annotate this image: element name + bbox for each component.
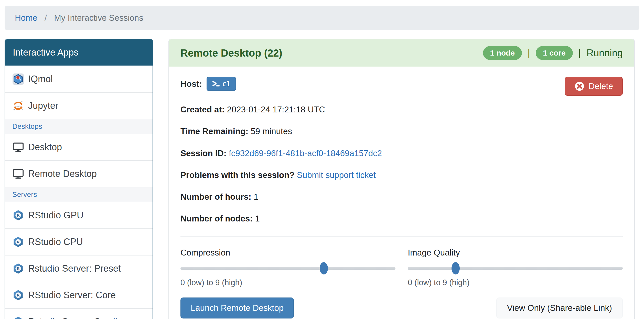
view-only-link-button[interactable]: View Only (Share-able Link) — [496, 297, 623, 318]
nodes-value: 1 — [255, 214, 260, 223]
iqmol-icon — [12, 73, 24, 85]
session-id-link[interactable]: fc932d69-96f1-481b-acf0-18469a157dc2 — [229, 148, 382, 158]
sidebar-item-iqmol[interactable]: IQmol — [5, 66, 153, 92]
rstudio-icon: R — [12, 289, 24, 301]
sidebar-item-desktop[interactable]: Desktop — [5, 134, 153, 160]
compression-help-text: 0 (low) to 9 (high) — [180, 278, 395, 287]
host-shell-button[interactable]: c1 — [207, 77, 236, 91]
terminal-icon — [212, 80, 221, 87]
breadcrumb-current-page: My Interactive Sessions — [54, 13, 143, 23]
session-title: Remote Desktop (22) — [180, 47, 282, 59]
desktop-icon — [12, 168, 24, 180]
session-card-body: Host: c1 Delete — [169, 67, 634, 319]
rstudio-icon: R — [12, 316, 24, 319]
sidebar-item-label: Jupyter — [28, 100, 58, 111]
breadcrumb: Home / My Interactive Sessions — [5, 6, 639, 30]
breadcrumb-separator: / — [45, 13, 47, 23]
time-remaining-value: 59 minutes — [251, 126, 292, 136]
sidebar-item-label: Desktop — [28, 142, 62, 153]
sidebar-item-label: RStudio CPU — [28, 237, 83, 247]
sidebar-title: Interactive Apps — [5, 39, 153, 66]
hours-label: Number of hours: — [180, 192, 251, 201]
image-quality-label: Image Quality — [408, 248, 623, 258]
created-at-label: Created at: — [180, 105, 224, 114]
sidebar-item-rstudio-gpu[interactable]: R RStudio GPU — [5, 202, 153, 228]
svg-text:R: R — [17, 213, 20, 217]
nodes-row: Number of nodes: 1 — [180, 214, 623, 223]
svg-text:R: R — [17, 293, 20, 297]
desktop-icon — [12, 141, 24, 153]
sidebar-item-label: RStudio GPU — [28, 210, 83, 221]
sidebar-section-servers: Servers — [5, 187, 153, 202]
sidebar-item-label: RStudio Server: Core — [28, 290, 116, 301]
created-at-row: Created at: 2023-01-24 17:21:18 UTC — [180, 105, 623, 114]
image-quality-help-text: 0 (low) to 9 (high) — [408, 278, 623, 287]
node-count-badge: 1 node — [483, 46, 522, 60]
sidebar-item-rstudio-server-small[interactable]: R Rstudio Server: Small — [5, 308, 153, 319]
svg-text:R: R — [17, 266, 20, 271]
rstudio-icon: R — [12, 236, 24, 248]
page: Home / My Interactive Sessions Interacti… — [0, 0, 644, 319]
badge-separator: | — [578, 48, 581, 59]
sidebar-item-rstudio-cpu[interactable]: R RStudio CPU — [5, 228, 153, 255]
time-remaining-row: Time Remaining: 59 minutes — [180, 127, 623, 136]
sidebar-item-jupyter[interactable]: jupyter Jupyter — [5, 92, 153, 119]
sidebar-item-rstudio-server-preset[interactable]: R Rstudio Server: Preset — [5, 255, 153, 282]
svg-text:R: R — [17, 240, 20, 244]
image-quality-slider-thumb[interactable] — [452, 262, 460, 274]
circle-x-icon — [574, 81, 585, 91]
launch-remote-desktop-button[interactable]: Launch Remote Desktop — [180, 297, 294, 318]
session-id-label: Session ID: — [180, 148, 227, 158]
support-question-label: Problems with this session? — [180, 170, 295, 180]
session-card: Remote Desktop (22) 1 node | 1 core | Ru… — [168, 39, 635, 319]
interactive-apps-sidebar: Interactive Apps IQmol jupyter Jupyter D… — [5, 39, 153, 319]
support-ticket-link[interactable]: Submit support ticket — [297, 170, 376, 180]
card-divider — [180, 236, 623, 237]
rstudio-icon: R — [12, 209, 24, 221]
compression-slider[interactable] — [180, 267, 395, 270]
badge-separator: | — [528, 48, 530, 59]
image-quality-slider-group: Image Quality 0 (low) to 9 (high) — [408, 248, 623, 287]
sidebar-item-remote-desktop[interactable]: Remote Desktop — [5, 160, 153, 187]
breadcrumb-home-link[interactable]: Home — [15, 13, 37, 23]
hours-value: 1 — [254, 192, 258, 201]
support-row: Problems with this session? Submit suppo… — [180, 171, 623, 180]
compression-slider-group: Compression 0 (low) to 9 (high) — [180, 248, 395, 287]
sidebar-item-rstudio-server-core[interactable]: R RStudio Server: Core — [5, 282, 153, 308]
jupyter-icon: jupyter — [12, 100, 24, 112]
image-quality-slider[interactable] — [408, 267, 623, 270]
sidebar-item-label: Remote Desktop — [28, 168, 97, 179]
created-at-value: 2023-01-24 17:21:18 UTC — [227, 105, 325, 114]
core-count-badge: 1 core — [536, 46, 573, 60]
time-remaining-label: Time Remaining: — [180, 126, 248, 136]
status-text: Running — [586, 48, 623, 59]
sidebar-item-label: Rstudio Server: Small — [28, 316, 117, 319]
hours-row: Number of hours: 1 — [180, 192, 623, 201]
host-name: c1 — [222, 79, 230, 88]
compression-slider-thumb[interactable] — [320, 262, 328, 274]
svg-text:jupyter: jupyter — [15, 105, 22, 108]
delete-button-label: Delete — [589, 81, 613, 91]
rstudio-icon: R — [12, 263, 24, 274]
session-id-row: Session ID: fc932d69-96f1-481b-acf0-1846… — [180, 149, 623, 158]
sidebar-item-label: Rstudio Server: Preset — [28, 263, 121, 274]
nodes-label: Number of nodes: — [180, 214, 253, 223]
sidebar-item-label: IQmol — [28, 74, 53, 84]
delete-button[interactable]: Delete — [565, 77, 623, 96]
host-label: Host: — [180, 79, 202, 89]
compression-label: Compression — [180, 248, 395, 258]
session-card-header: Remote Desktop (22) 1 node | 1 core | Ru… — [169, 39, 634, 67]
sidebar-section-desktops: Desktops — [5, 119, 153, 134]
